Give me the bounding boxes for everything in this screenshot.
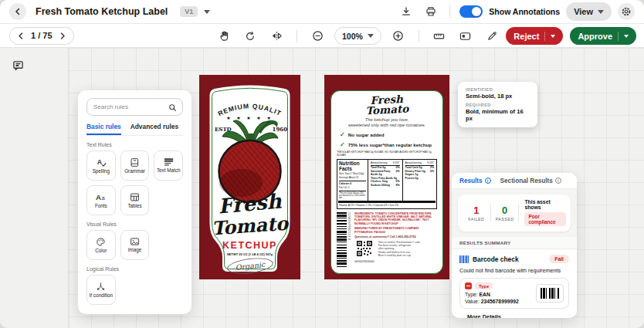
- header-bar: Fresh Tomato Ketchup Label V1 Show Annot…: [0, 0, 644, 24]
- barcode-detail-card[interactable]: Type Type: EAN Value: 2345678999992: [459, 278, 569, 309]
- calories: Calories 0: [339, 181, 366, 185]
- info-icon[interactable]: i: [555, 178, 561, 184]
- rule-card-fonts[interactable]: Aa Fonts: [86, 185, 116, 215]
- color-palette-icon: [96, 237, 106, 247]
- servings: Servings About 52: [339, 176, 366, 179]
- hand-icon: [219, 30, 230, 42]
- annotation-comment-icon[interactable]: [12, 60, 24, 71]
- download-icon: [401, 6, 412, 17]
- view-button-label: View: [574, 7, 593, 16]
- flip-horizontal-icon: [271, 31, 283, 41]
- approve-button[interactable]: Approve: [570, 27, 636, 45]
- branch-icon: [96, 282, 106, 292]
- zoom-out-button[interactable]: [308, 27, 327, 46]
- serving-size: Serv. Size 1 Tbsp (14g): [339, 172, 366, 175]
- next-page-icon[interactable]: [59, 32, 66, 39]
- rule-card-tables[interactable]: Tables: [120, 185, 150, 215]
- rule-card-text-match[interactable]: Text Match: [154, 150, 183, 181]
- tab-advanced-rules[interactable]: Advanced rules: [130, 123, 178, 135]
- swatch-tool-button[interactable]: [456, 27, 475, 46]
- rotate-button[interactable]: [241, 27, 259, 46]
- required-value: Bold, minimum of 16 px: [466, 108, 530, 122]
- back-button[interactable]: [9, 3, 26, 20]
- nutrient-dv: 0%: [395, 170, 399, 177]
- qr-code-icon: [357, 241, 372, 256]
- qr-code-block: 040500234034000: [354, 241, 375, 263]
- tagline-line1: The ketchup you love,: [337, 117, 437, 123]
- text-rules-grid: A Spelling Grammar Text Match Aa Fonts: [86, 150, 183, 215]
- fail-minus-icon: [465, 282, 472, 289]
- settings-button[interactable]: [618, 3, 635, 20]
- view-chevron-down-icon: [598, 10, 604, 14]
- sugar-disclaimer: *REGULAR KETCHUP HAS 4g SUGAR, NO SUGAR …: [337, 150, 437, 157]
- barcode-thumbnail-bars: [541, 288, 559, 299]
- fail-badge: Fail: [549, 255, 569, 263]
- identified-label: IDENTIFIED: [466, 87, 530, 92]
- year-text: 1960: [273, 126, 287, 133]
- rule-card-grammar[interactable]: Grammar: [120, 150, 150, 181]
- reject-button[interactable]: Reject: [506, 27, 563, 45]
- zoom-chevron-down-icon: [368, 34, 374, 38]
- check-icon: ✓: [340, 131, 345, 138]
- svg-text:A: A: [96, 193, 101, 201]
- barcode-thumbnail: [536, 284, 564, 303]
- nutrition-facts-panel: Nutrition Facts Serv. Size 1 Tbsp (14g) …: [337, 159, 437, 209]
- qr-number: 040500234034000: [354, 260, 375, 263]
- zoom-level-dropdown[interactable]: 100%: [334, 27, 381, 45]
- label-back-panel[interactable]: Fresh Tomato The ketchup you love, sweet…: [324, 75, 449, 279]
- ingredients-text: INGREDIENTS: TOMATO CONCENTRATE FROM RED…: [354, 212, 437, 226]
- vitamins-line: Vitamin A 2% • Vitamin C 0% • Calcium 0%…: [337, 203, 436, 208]
- show-annotations-toggle[interactable]: [459, 5, 483, 18]
- dv-header: % DV*: [427, 161, 434, 164]
- required-label: REQUIRED: [466, 103, 530, 107]
- check-message: Could not find barcode with requirements: [459, 267, 569, 274]
- back-brand: Fresh Tomato: [336, 93, 437, 118]
- artwork-canvas[interactable]: PREMIUM QUALITY ★ ★ ★ ★ ★: [0, 48, 644, 328]
- tab-basic-rules[interactable]: Basic rules: [86, 123, 121, 135]
- rule-card-spelling[interactable]: A Spelling: [86, 150, 116, 181]
- check-icon: ✓: [340, 141, 345, 148]
- section-title-logical-rules: Logical Rules: [86, 266, 183, 272]
- barcode-check-section: Barcode check Fail Could not find barcod…: [452, 249, 577, 318]
- zoom-in-button[interactable]: [389, 27, 408, 46]
- print-button[interactable]: [422, 2, 440, 21]
- svg-text:a: a: [101, 194, 105, 201]
- tab-sectional-results-label: Sectional Results: [500, 178, 553, 184]
- rule-card-if-condition[interactable]: If condition: [86, 275, 116, 305]
- prev-page-icon[interactable]: [18, 32, 24, 39]
- value-value: 2345678999992: [481, 299, 519, 304]
- toolbar-divider: [419, 30, 419, 42]
- rule-card-label: If condition: [90, 293, 113, 299]
- download-button[interactable]: [397, 2, 415, 21]
- toolbar-divider: [297, 30, 297, 42]
- asset-shows-text: This asset shows: [524, 199, 566, 210]
- tab-sectional-results[interactable]: Sectional Results i: [500, 178, 561, 184]
- annotate-pen-button[interactable]: [483, 27, 501, 46]
- failed-count: 1: [463, 205, 490, 216]
- claim-text: No sugar added: [348, 132, 385, 137]
- tab-results[interactable]: Results i: [459, 178, 491, 184]
- value-label: Value:: [465, 299, 480, 304]
- front-net-weight: NETWT 20 OZ (1 LB 4 OZ) 567g: [199, 252, 300, 256]
- rule-card-label: Grammar: [124, 169, 145, 174]
- rule-card-image[interactable]: Image: [120, 230, 150, 260]
- search-rules-box[interactable]: [86, 98, 183, 116]
- flip-button[interactable]: [267, 27, 286, 46]
- results-tabs: Results i Sectional Results i: [452, 173, 577, 189]
- front-estd-row: ESTD 1960: [215, 126, 287, 133]
- version-badge[interactable]: V1: [180, 6, 198, 17]
- more-details-link[interactable]: More Details: [459, 309, 569, 318]
- passed-count: 0: [491, 205, 519, 216]
- rule-card-label: Text Match: [157, 168, 180, 174]
- info-icon[interactable]: i: [485, 178, 491, 184]
- gear-icon: [621, 6, 632, 17]
- view-dropdown-button[interactable]: View: [566, 2, 612, 21]
- search-rules-input[interactable]: [93, 103, 165, 110]
- label-front-panel[interactable]: PREMIUM QUALITY ★ ★ ★ ★ ★: [199, 75, 300, 279]
- rule-card-color[interactable]: Color: [86, 230, 116, 260]
- page-navigator: 1 / 75: [9, 27, 74, 45]
- pan-tool-button[interactable]: [215, 27, 233, 46]
- grammar-icon: [130, 157, 140, 167]
- ruler-tool-button[interactable]: [430, 27, 449, 46]
- version-chevron-down-icon[interactable]: [204, 10, 210, 14]
